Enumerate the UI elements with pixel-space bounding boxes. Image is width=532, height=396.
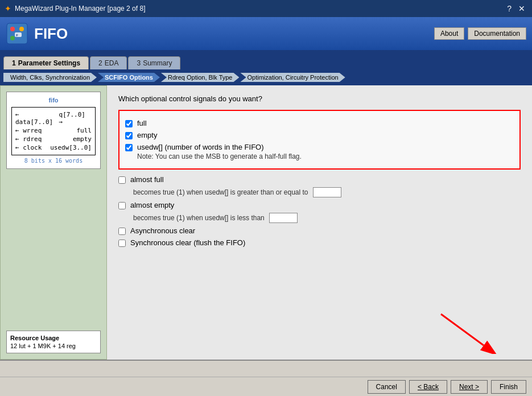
question-label: Which optional control signals do you wa… (118, 94, 521, 103)
red-arrow-icon (430, 308, 498, 354)
bottom-bar (0, 360, 532, 377)
header-area: F FIFO About Documentation (0, 17, 532, 50)
fifo-port-wrreq: ← wrreq (15, 127, 42, 134)
checkbox-empty-label: empty (137, 131, 157, 139)
checkbox-async-clear[interactable] (118, 228, 126, 235)
fifo-row-rdreq: ← rdreq empty (15, 135, 92, 143)
app-icon: ✦ (5, 4, 11, 13)
nav-item-scfifo[interactable]: SCFIFO Options (98, 73, 160, 82)
checkbox-usedw-main-label: usedw[] (number of words in the FIFO) (137, 143, 302, 151)
title-bar-left: ✦ MegaWizard Plug-In Manager [page 2 of … (5, 4, 145, 13)
checkbox-full-label: full (137, 119, 147, 127)
resource-usage-value: 12 lut + 1 M9K + 14 reg (10, 343, 97, 349)
tab3-label: Summary (143, 59, 172, 67)
checkbox-sync-clear-label: Synchronous clear (flush the FIFO) (130, 238, 245, 247)
svg-line-7 (441, 314, 484, 345)
sub-option-almost-full: becomes true (1) when usedw[] is greater… (133, 187, 521, 197)
sub-input-almost-full[interactable] (313, 187, 341, 197)
checkbox-usedw-row: usedw[] (number of words in the FIFO) No… (125, 143, 514, 160)
title-bar-controls: ? ✕ (505, 4, 527, 13)
next-button-label: Next > (459, 383, 479, 391)
right-content: Which optional control signals do you wa… (107, 85, 532, 360)
tab-eda[interactable]: 2 EDA (90, 56, 127, 69)
checkbox-empty-row: empty (125, 131, 514, 139)
nav-item-rdreq[interactable]: Rdreq Option, Blk Type (161, 73, 240, 82)
main-area: fifo ← data[7..0] q[7..0] → ← wrreq full… (0, 85, 532, 360)
nav-item-optimization[interactable]: Optimization, Circuitry Protection (240, 73, 345, 82)
checkbox-sync-clear[interactable] (118, 240, 126, 247)
about-button[interactable]: About (434, 27, 464, 40)
fifo-port-full: full (77, 127, 92, 134)
fifo-logo-icon: F (6, 22, 28, 45)
nav-item-width-label: Width, Clks, Synchronization (10, 74, 90, 81)
fifo-port-rdreq: ← rdreq (15, 135, 42, 143)
svg-point-1 (10, 27, 15, 31)
checkbox-almost-full-label: almost full (130, 175, 164, 184)
fifo-port-clock: ← clock (15, 144, 42, 151)
fifo-row-data: ← data[7..0] q[7..0] → (15, 111, 92, 126)
header-title: FIFO (34, 25, 68, 43)
title-bar-text: MegaWizard Plug-In Manager [page 2 of 8] (15, 5, 145, 13)
fifo-diagram-title: fifo (11, 97, 96, 104)
tab-summary[interactable]: 3 Summary (128, 56, 180, 69)
nav-breadcrumb: Width, Clks, Synchronization SCFIFO Opti… (0, 69, 532, 85)
fifo-bits-label: 8 bits x 16 words (11, 158, 96, 164)
tab2-number: 2 (98, 59, 102, 67)
tab-parameter-settings[interactable]: 1 Parameter Settings (3, 56, 89, 69)
next-button[interactable]: Next > (451, 380, 488, 394)
checkbox-almost-empty-row: almost empty (118, 201, 521, 209)
fifo-port-data-in: ← data[7..0] (15, 111, 59, 126)
finish-button[interactable]: Finish (491, 380, 526, 394)
resource-usage-title: Resource Usage (10, 335, 97, 341)
red-box-options: full empty usedw[] (number of words in t… (118, 110, 521, 170)
checkbox-almost-empty[interactable] (118, 202, 126, 209)
fifo-port-empty: empty (73, 135, 92, 143)
svg-text:F: F (16, 34, 18, 37)
sub-option-almost-empty-label: becomes true (1) when usedw[] is less th… (133, 214, 265, 222)
nav-item-optimization-label: Optimization, Circuitry Protection (247, 74, 338, 81)
nav-item-width[interactable]: Width, Clks, Synchronization (3, 73, 97, 82)
tab3-number: 3 (137, 59, 141, 67)
checkbox-full-row: full (125, 119, 514, 127)
title-bar: ✦ MegaWizard Plug-In Manager [page 2 of … (0, 0, 532, 17)
fifo-diagram: fifo ← data[7..0] q[7..0] → ← wrreq full… (6, 92, 101, 169)
sub-option-almost-empty: becomes true (1) when usedw[] is less th… (133, 213, 521, 223)
tab1-number: 1 (12, 59, 16, 67)
tab1-label: Parameter Settings (18, 59, 80, 67)
svg-point-3 (10, 36, 15, 40)
back-button[interactable]: < Back (409, 380, 447, 394)
back-button-label: < Back (418, 383, 439, 391)
checkbox-almost-full[interactable] (118, 176, 126, 184)
footer-buttons: Cancel < Back Next > Finish (0, 377, 532, 396)
tab2-label: EDA (105, 59, 119, 67)
fifo-row-clock: ← clock usedw[3..0] (15, 144, 92, 151)
cancel-button[interactable]: Cancel (368, 380, 406, 394)
checkbox-usedw[interactable] (125, 144, 133, 151)
checkbox-async-clear-row: Asynchronous clear (118, 226, 521, 235)
tabs-row: 1 Parameter Settings 2 EDA 3 Summary (0, 50, 532, 69)
help-button[interactable]: ? (505, 4, 514, 13)
sub-option-almost-full-label: becomes true (1) when usedw[] is greater… (133, 188, 308, 196)
fifo-row-wrreq: ← wrreq full (15, 127, 92, 134)
checkbox-empty[interactable] (125, 132, 133, 139)
nav-item-rdreq-label: Rdreq Option, Blk Type (168, 74, 233, 81)
header-buttons: About Documentation (434, 27, 526, 40)
checkbox-usedw-note: Note: You can use the MSB to generate a … (137, 152, 302, 160)
checkbox-async-clear-label: Asynchronous clear (130, 226, 195, 235)
close-button[interactable]: ✕ (516, 4, 527, 13)
svg-point-2 (19, 27, 24, 31)
checkbox-full[interactable] (125, 120, 133, 127)
left-panel: fifo ← data[7..0] q[7..0] → ← wrreq full… (0, 85, 107, 360)
documentation-button[interactable]: Documentation (468, 27, 526, 40)
checkbox-usedw-label: usedw[] (number of words in the FIFO) No… (137, 143, 302, 160)
header-logo: F FIFO (6, 22, 68, 45)
checkbox-almost-full-row: almost full (118, 175, 521, 184)
checkbox-almost-empty-label: almost empty (130, 201, 174, 209)
resource-usage-panel: Resource Usage 12 lut + 1 M9K + 14 reg (6, 331, 101, 353)
fifo-port-usedw: usedw[3..0] (50, 144, 92, 151)
checkbox-sync-clear-row: Synchronous clear (flush the FIFO) (118, 238, 521, 247)
fifo-port-q-out: q[7..0] → (59, 111, 92, 126)
nav-item-scfifo-label: SCFIFO Options (105, 74, 153, 81)
sub-input-almost-empty[interactable] (269, 213, 298, 223)
